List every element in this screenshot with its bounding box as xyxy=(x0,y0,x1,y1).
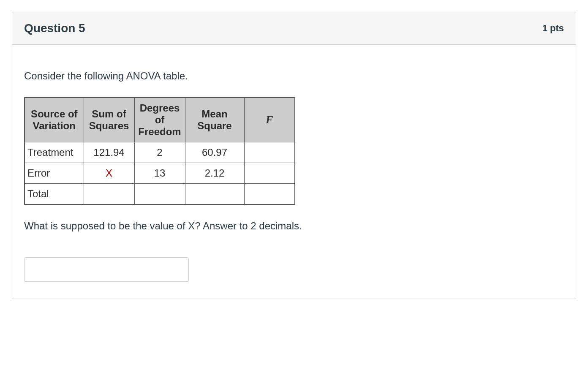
th-source: Source of Variation xyxy=(24,98,84,142)
question-body: Consider the following ANOVA table. Sour… xyxy=(12,45,576,299)
cell-f xyxy=(244,142,295,163)
table-row: Treatment121.94260.97 xyxy=(24,142,295,163)
followup-text: What is supposed to be the value of X? A… xyxy=(24,220,564,232)
table-row: ErrorX132.12 xyxy=(24,163,295,184)
answer-input[interactable] xyxy=(24,257,189,282)
cell-mean-square xyxy=(185,184,244,205)
x-symbol: X xyxy=(106,167,112,179)
question-card: Question 5 1 pts Consider the following … xyxy=(12,12,576,299)
question-title: Question 5 xyxy=(24,22,85,35)
cell-source: Treatment xyxy=(24,142,84,163)
cell-mean-square: 60.97 xyxy=(185,142,244,163)
th-mean-square: Mean Square xyxy=(185,98,244,142)
cell-mean-square: 2.12 xyxy=(185,163,244,184)
cell-sum-of-squares: X xyxy=(84,163,134,184)
anova-table: Source of Variation Sum of Squares Degre… xyxy=(24,97,295,205)
cell-degrees-of-freedom: 13 xyxy=(134,163,185,184)
table-body: Treatment121.94260.97ErrorX132.12Total xyxy=(24,142,295,205)
cell-f xyxy=(244,184,295,205)
cell-sum-of-squares xyxy=(84,184,134,205)
table-row: Total xyxy=(24,184,295,205)
cell-degrees-of-freedom xyxy=(134,184,185,205)
cell-f xyxy=(244,163,295,184)
cell-source: Total xyxy=(24,184,84,205)
question-header: Question 5 1 pts xyxy=(12,12,576,45)
prompt-text: Consider the following ANOVA table. xyxy=(24,70,564,82)
f-symbol: F xyxy=(266,114,273,126)
cell-degrees-of-freedom: 2 xyxy=(134,142,185,163)
th-degrees-of-freedom: Degrees of Freedom xyxy=(134,98,185,142)
th-sum-of-squares: Sum of Squares xyxy=(84,98,134,142)
table-header-row: Source of Variation Sum of Squares Degre… xyxy=(24,98,295,142)
question-points: 1 pts xyxy=(542,23,564,34)
th-f: F xyxy=(244,98,295,142)
cell-source: Error xyxy=(24,163,84,184)
cell-sum-of-squares: 121.94 xyxy=(84,142,134,163)
